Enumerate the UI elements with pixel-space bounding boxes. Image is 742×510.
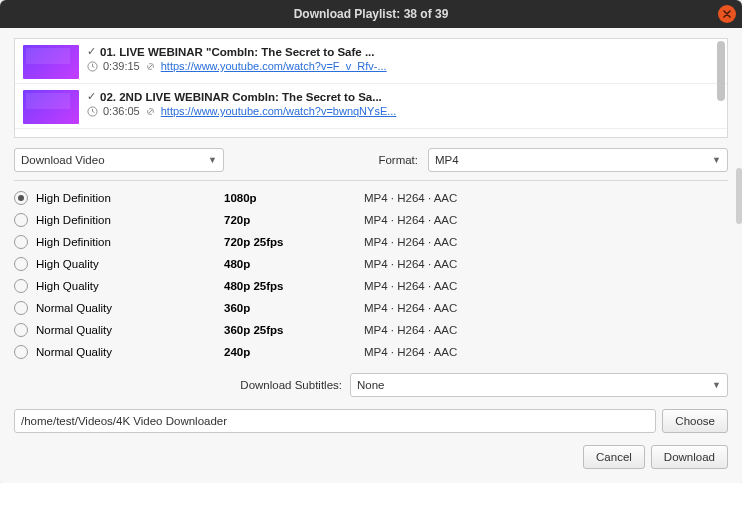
quality-resolution: 480p 25fps bbox=[224, 280, 364, 292]
check-icon: ✓ bbox=[87, 45, 96, 58]
quality-resolution: 480p bbox=[224, 258, 364, 270]
subtitles-value: None bbox=[357, 379, 385, 391]
quality-resolution: 720p 25fps bbox=[224, 236, 364, 248]
quality-codec: MP4 · H264 · AAC bbox=[364, 324, 728, 336]
link-icon bbox=[145, 106, 156, 117]
subtitles-label: Download Subtitles: bbox=[14, 379, 342, 391]
chevron-down-icon: ▼ bbox=[712, 155, 721, 165]
quality-codec: MP4 · H264 · AAC bbox=[364, 302, 728, 314]
link-icon bbox=[145, 61, 156, 72]
playlist-scrollbar[interactable] bbox=[717, 41, 725, 135]
quality-codec: MP4 · H264 · AAC bbox=[364, 346, 728, 358]
choose-path-button[interactable]: Choose bbox=[662, 409, 728, 433]
quality-row[interactable]: Normal Quality360pMP4 · H264 · AAC bbox=[14, 297, 728, 319]
dialog-body: ✓ 01. LIVE WEBINAR "Combln: The Secret t… bbox=[0, 28, 742, 483]
quality-label: Normal Quality bbox=[36, 346, 112, 358]
playlist-list[interactable]: ✓ 01. LIVE WEBINAR "Combln: The Secret t… bbox=[14, 38, 728, 138]
quality-label: High Definition bbox=[36, 192, 111, 204]
quality-radio[interactable] bbox=[14, 279, 28, 293]
format-select[interactable]: MP4 ▼ bbox=[428, 148, 728, 172]
quality-radio[interactable] bbox=[14, 235, 28, 249]
clock-icon bbox=[87, 106, 98, 117]
titlebar: Download Playlist: 38 of 39 bbox=[0, 0, 742, 28]
quality-row[interactable]: Normal Quality360p 25fpsMP4 · H264 · AAC bbox=[14, 319, 728, 341]
video-thumbnail bbox=[23, 45, 79, 79]
qualities-scrollbar[interactable] bbox=[736, 168, 742, 358]
quality-list: High Definition1080pMP4 · H264 · AACHigh… bbox=[14, 187, 728, 363]
download-button[interactable]: Download bbox=[651, 445, 728, 469]
quality-codec: MP4 · H264 · AAC bbox=[364, 214, 728, 226]
chevron-down-icon: ▼ bbox=[208, 155, 217, 165]
video-url[interactable]: https://www.youtube.com/watch?v=F_v_Rfv-… bbox=[161, 60, 387, 72]
cancel-button[interactable]: Cancel bbox=[583, 445, 645, 469]
window-title: Download Playlist: 38 of 39 bbox=[294, 7, 449, 21]
quality-label: High Definition bbox=[36, 214, 111, 226]
video-title: 02. 2ND LIVE WEBINAR Combln: The Secret … bbox=[100, 91, 382, 103]
format-label: Format: bbox=[378, 154, 418, 166]
format-value: MP4 bbox=[435, 154, 459, 166]
download-mode-value: Download Video bbox=[21, 154, 105, 166]
quality-radio[interactable] bbox=[14, 213, 28, 227]
video-title: 01. LIVE WEBINAR "Combln: The Secret to … bbox=[100, 46, 374, 58]
quality-radio[interactable] bbox=[14, 301, 28, 315]
quality-row[interactable]: High Definition720pMP4 · H264 · AAC bbox=[14, 209, 728, 231]
download-path-input[interactable] bbox=[14, 409, 656, 433]
quality-row[interactable]: Normal Quality240pMP4 · H264 · AAC bbox=[14, 341, 728, 363]
check-icon: ✓ bbox=[87, 90, 96, 103]
quality-label: High Quality bbox=[36, 258, 99, 270]
quality-label: Normal Quality bbox=[36, 302, 112, 314]
quality-codec: MP4 · H264 · AAC bbox=[364, 280, 728, 292]
download-playlist-dialog: Download Playlist: 38 of 39 ✓ 01. LIVE W… bbox=[0, 0, 742, 483]
quality-row[interactable]: High Definition1080pMP4 · H264 · AAC bbox=[14, 187, 728, 209]
quality-row[interactable]: High Quality480p 25fpsMP4 · H264 · AAC bbox=[14, 275, 728, 297]
video-thumbnail bbox=[23, 90, 79, 124]
video-duration: 0:36:05 bbox=[103, 105, 140, 117]
quality-row[interactable]: High Definition720p 25fpsMP4 · H264 · AA… bbox=[14, 231, 728, 253]
quality-codec: MP4 · H264 · AAC bbox=[364, 258, 728, 270]
quality-resolution: 360p bbox=[224, 302, 364, 314]
quality-label: Normal Quality bbox=[36, 324, 112, 336]
quality-resolution: 720p bbox=[224, 214, 364, 226]
quality-codec: MP4 · H264 · AAC bbox=[364, 236, 728, 248]
playlist-item[interactable]: ✓ 02. 2ND LIVE WEBINAR Combln: The Secre… bbox=[15, 84, 727, 129]
subtitles-select[interactable]: None ▼ bbox=[350, 373, 728, 397]
quality-label: High Quality bbox=[36, 280, 99, 292]
playlist-item[interactable]: ✓ 01. LIVE WEBINAR "Combln: The Secret t… bbox=[15, 39, 727, 84]
chevron-down-icon: ▼ bbox=[712, 380, 721, 390]
quality-codec: MP4 · H264 · AAC bbox=[364, 192, 728, 204]
quality-resolution: 360p 25fps bbox=[224, 324, 364, 336]
download-mode-select[interactable]: Download Video ▼ bbox=[14, 148, 224, 172]
quality-row[interactable]: High Quality480pMP4 · H264 · AAC bbox=[14, 253, 728, 275]
quality-label: High Definition bbox=[36, 236, 111, 248]
quality-resolution: 1080p bbox=[224, 192, 364, 204]
close-button[interactable] bbox=[718, 5, 736, 23]
quality-radio[interactable] bbox=[14, 191, 28, 205]
clock-icon bbox=[87, 61, 98, 72]
divider bbox=[14, 180, 728, 181]
video-duration: 0:39:15 bbox=[103, 60, 140, 72]
quality-radio[interactable] bbox=[14, 323, 28, 337]
quality-radio[interactable] bbox=[14, 257, 28, 271]
close-icon bbox=[723, 10, 731, 18]
quality-radio[interactable] bbox=[14, 345, 28, 359]
video-url[interactable]: https://www.youtube.com/watch?v=bwnqNYsE… bbox=[161, 105, 397, 117]
quality-resolution: 240p bbox=[224, 346, 364, 358]
